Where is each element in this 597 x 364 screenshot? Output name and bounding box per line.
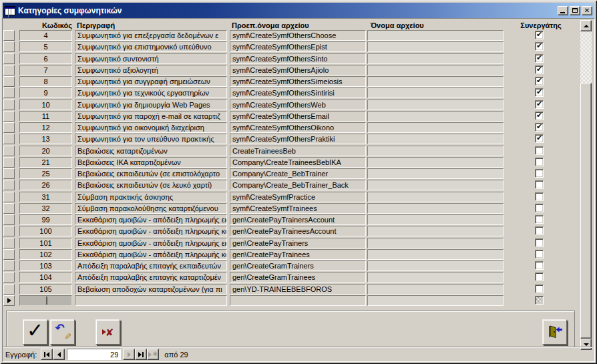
cell-description[interactable] xyxy=(75,295,227,306)
cell-code[interactable]: 4 xyxy=(19,30,72,41)
cell-preset-filename[interactable]: symf\CreateSymfTrainees xyxy=(230,203,366,214)
cell-description[interactable]: Συμφωνητικό για οικονομική διαχείριση xyxy=(75,122,227,133)
cell-description[interactable]: Βεβαιώσεις ΙΚΑ καταρτιζομένων xyxy=(75,157,227,168)
cell-description[interactable]: Συμφωνητικό για επιστημονικό υπεύθυνο xyxy=(75,41,227,52)
cell-preset-filename[interactable]: Company\CreateTraineesBebIKA xyxy=(230,157,366,168)
cell-preset-filename[interactable]: symf\CreateSymfOthersChoose xyxy=(230,30,366,41)
partner-checkbox[interactable] xyxy=(535,215,544,224)
cell-description[interactable]: Συμφωνητικό για συγγραφή σημειώσεων xyxy=(75,76,227,87)
cell-preset-filename[interactable]: CreateTraineesBeb xyxy=(230,146,366,156)
record-selector[interactable] xyxy=(3,226,15,236)
record-selector[interactable] xyxy=(3,214,15,225)
cell-preset-filename[interactable]: gen\CreateGramTrainees xyxy=(230,272,366,283)
cell-preset-filename[interactable]: symf\CreateSymfOthersWeb xyxy=(230,100,366,110)
cell-preset-filename[interactable]: symf\CreateSymfOthersSintirisi xyxy=(230,87,366,98)
partner-checkbox[interactable] xyxy=(535,296,544,305)
previous-record-button[interactable] xyxy=(53,349,65,360)
cell-preset-filename[interactable]: Company\Create_BebTrainer xyxy=(230,168,366,179)
cell-filename[interactable] xyxy=(367,100,504,110)
record-selector[interactable] xyxy=(3,41,15,52)
cell-filename[interactable] xyxy=(367,134,504,144)
cell-filename[interactable] xyxy=(367,65,504,75)
cell-filename[interactable] xyxy=(367,272,504,283)
cell-preset-filename[interactable]: gen\CreatePayTrainersAccount xyxy=(230,214,366,225)
close-button[interactable]: ✕ xyxy=(582,6,592,15)
partner-checkbox[interactable] xyxy=(535,42,544,51)
scroll-up-button[interactable] xyxy=(580,20,592,31)
partner-checkbox[interactable] xyxy=(535,238,544,247)
record-selector[interactable] xyxy=(3,157,15,168)
cell-code[interactable]: 8 xyxy=(19,76,72,87)
cell-filename[interactable] xyxy=(367,53,504,64)
cell-code[interactable]: 99 xyxy=(19,214,72,225)
record-selector[interactable] xyxy=(3,87,15,98)
cell-filename[interactable] xyxy=(367,168,504,179)
record-selector[interactable] xyxy=(3,76,15,87)
cell-code[interactable]: 12 xyxy=(19,122,72,133)
partner-checkbox[interactable] xyxy=(535,204,544,212)
partner-checkbox[interactable] xyxy=(535,134,544,143)
cell-description[interactable]: Συμφωνητικό συντονιστή xyxy=(75,53,227,64)
cell-description[interactable]: Σύμβαση πρακτικής άσκησης xyxy=(75,192,227,202)
partner-checkbox[interactable] xyxy=(535,88,544,97)
cell-preset-filename[interactable]: symf\CreateSymfOthersEmail xyxy=(230,111,366,122)
cell-description[interactable]: Απόδειξη παραλαβής επιταγής εκπαιδευτών xyxy=(75,260,227,271)
cell-code[interactable]: 21 xyxy=(19,157,72,168)
cell-description[interactable]: Συμφωνητικό για τον υπεύθυνο πρακτικής xyxy=(75,134,227,144)
partner-checkbox[interactable] xyxy=(535,123,544,132)
cell-description[interactable]: Συμφωνητικό για τεχνικούς εργαστηρίων xyxy=(75,87,227,98)
scrollbar-track[interactable] xyxy=(580,31,592,83)
cell-filename[interactable] xyxy=(367,226,504,236)
scrollbar-thumb[interactable] xyxy=(580,83,592,339)
cell-filename[interactable] xyxy=(367,249,504,260)
cell-code[interactable]: 7 xyxy=(19,65,72,75)
record-selector[interactable] xyxy=(3,65,15,75)
cell-preset-filename[interactable]: symf\CreateSymfOthersOikono xyxy=(230,122,366,133)
cell-code[interactable]: 13 xyxy=(19,134,72,144)
cell-preset-filename[interactable]: gen\CreatePayTraineesAccount xyxy=(230,226,366,236)
cell-filename[interactable] xyxy=(367,238,504,248)
cell-code[interactable]: 103 xyxy=(19,260,72,271)
cell-preset-filename[interactable]: gen\CreateGramTrainers xyxy=(230,260,366,271)
record-selector[interactable] xyxy=(3,134,15,144)
cell-code[interactable]: 101 xyxy=(19,238,72,248)
record-selector[interactable] xyxy=(3,180,15,190)
cell-filename[interactable] xyxy=(367,203,504,214)
new-record-button[interactable]: ✱ xyxy=(147,349,159,360)
record-selector[interactable] xyxy=(3,295,15,306)
cell-code[interactable]: 11 xyxy=(19,111,72,122)
cell-filename[interactable] xyxy=(367,214,504,225)
partner-checkbox[interactable] xyxy=(535,226,544,235)
cell-preset-filename[interactable]: symf\CreateSymfOthersSinto xyxy=(230,53,366,64)
undo-record-button[interactable]: ↶ ✎ xyxy=(50,319,75,345)
cell-code[interactable]: 104 xyxy=(19,272,72,283)
cell-filename[interactable] xyxy=(367,295,504,306)
cell-description[interactable]: Εκκαθάριση αμοιβών - απόδειξη πληρωμής κ… xyxy=(75,249,227,260)
cell-code[interactable]: 6 xyxy=(19,53,72,64)
cell-description[interactable]: Εκκαθάριση αμοιβών - απόδειξη πληρωμής κ… xyxy=(75,226,227,236)
cell-preset-filename[interactable]: symf\CreateSymfOthersAjiolo xyxy=(230,65,366,75)
cell-code[interactable]: 20 xyxy=(19,146,72,156)
cell-description[interactable]: Βεβαιώσεις εκπαιδευτών (σε επιστολόχαρτο xyxy=(75,168,227,179)
record-selector[interactable] xyxy=(3,111,15,122)
cell-preset-filename[interactable]: symf\CreateSymfPractice xyxy=(230,192,366,202)
partner-checkbox[interactable] xyxy=(535,146,544,155)
cell-code[interactable] xyxy=(19,295,72,306)
confirm-button[interactable]: ✓ xyxy=(23,319,47,345)
cell-description[interactable]: Βεβαιώσεις εκπαιδευτών (σε λευκό χαρτί) xyxy=(75,180,227,190)
partner-checkbox[interactable] xyxy=(535,192,544,201)
record-selector[interactable] xyxy=(3,168,15,179)
cell-preset-filename[interactable]: symf\CreateSymfOthersSimeiosis xyxy=(230,76,366,87)
cell-filename[interactable] xyxy=(367,157,504,168)
cell-filename[interactable] xyxy=(367,111,504,122)
record-selector[interactable] xyxy=(3,146,15,156)
cell-description[interactable]: Εκκαθάριση αμοιβών - απόδειξη πληρωμής ε… xyxy=(75,214,227,225)
record-selector[interactable] xyxy=(3,249,15,260)
cell-code[interactable]: 25 xyxy=(19,168,72,179)
cell-preset-filename[interactable]: symf\CreateSymfOthersEpist xyxy=(230,41,366,52)
cell-description[interactable]: Συμφωνητικό για παροχή e-mail σε καταρτι… xyxy=(75,111,227,122)
record-position-input[interactable] xyxy=(67,349,121,360)
partner-checkbox[interactable] xyxy=(535,250,544,258)
cell-filename[interactable] xyxy=(367,41,504,52)
partner-checkbox[interactable] xyxy=(535,65,544,74)
